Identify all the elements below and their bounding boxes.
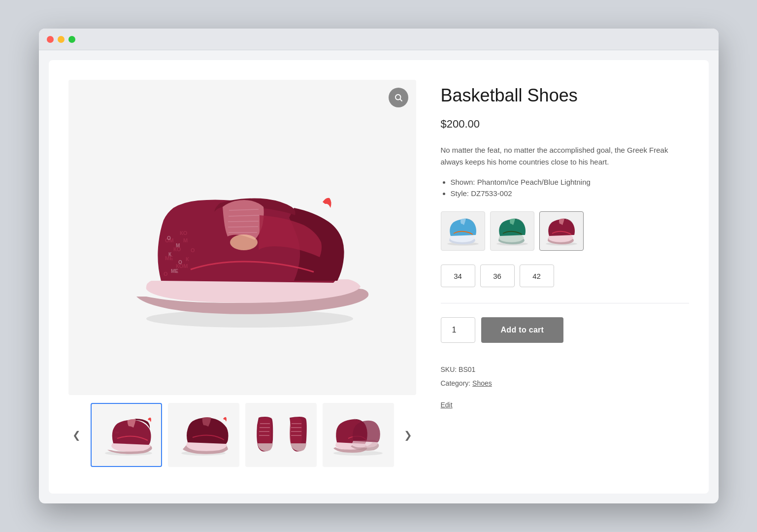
detail-item-2: Style: DZ7533-002 (451, 189, 689, 198)
thumbnail-2[interactable] (168, 403, 239, 467)
next-thumbnail-button[interactable]: ❯ (400, 427, 416, 443)
size-button-42[interactable]: 42 (520, 265, 554, 287)
color-swatch-blue[interactable] (441, 211, 485, 251)
thumbnail-strip: ❮ ОМ КО (68, 403, 416, 467)
svg-point-0 (395, 95, 401, 100)
svg-text:КО: КО (115, 436, 118, 439)
svg-text:М: М (176, 243, 180, 248)
product-description: No matter the feat, no matter the accomp… (441, 144, 689, 168)
svg-text:КО: КО (180, 230, 188, 236)
thumbnail-4[interactable] (323, 403, 394, 467)
main-image-container: OM КО МЕ КОМ О М О К КО О М К О (68, 80, 416, 395)
svg-line-19 (228, 221, 259, 222)
svg-text:М: М (183, 237, 188, 243)
titlebar (39, 29, 719, 50)
prev-thumbnail-button[interactable]: ❮ (68, 427, 85, 443)
product-price: $200.00 (441, 118, 689, 131)
color-swatch-red[interactable] (539, 211, 584, 251)
svg-line-20 (228, 227, 258, 227)
sku-label: SKU: (441, 366, 457, 373)
product-details: Shown: Phantom/Ice Peach/Blue Lightning … (441, 178, 689, 198)
color-swatches (441, 211, 689, 251)
svg-text:ОМ: ОМ (115, 431, 119, 434)
svg-text:О: О (178, 260, 182, 265)
size-options: 34 36 42 (441, 265, 689, 287)
svg-text:МЕ: МЕ (171, 268, 178, 274)
detail-item-1: Shown: Phantom/Ice Peach/Blue Lightning (451, 178, 689, 186)
product-title: Basketball Shoes (441, 85, 689, 106)
main-product-image: OM КО МЕ КОМ О М О К КО О М К О (107, 144, 378, 331)
svg-text:К: К (168, 252, 172, 257)
maximize-dot[interactable] (68, 36, 75, 43)
sku-row: SKU: BS01 (441, 363, 689, 376)
category-link[interactable]: Shoes (472, 379, 492, 387)
edit-link[interactable]: Edit (441, 398, 453, 412)
svg-text:О: О (191, 247, 195, 253)
svg-text:К: К (186, 256, 189, 262)
svg-point-22 (230, 234, 258, 250)
svg-line-1 (400, 99, 402, 101)
svg-text:О: О (167, 235, 171, 241)
product-info: Basketball Shoes $200.00 No matter the f… (441, 80, 689, 474)
category-row: Category: Shoes (441, 376, 689, 390)
size-button-34[interactable]: 34 (441, 265, 475, 287)
sku-value: BS01 (459, 366, 475, 373)
browser-window: OM КО МЕ КОМ О М О К КО О М К О (39, 29, 719, 503)
thumbnail-3[interactable] (245, 403, 317, 467)
quantity-input[interactable] (441, 317, 475, 343)
cart-area: Add to cart (441, 317, 689, 343)
close-dot[interactable] (47, 36, 54, 43)
size-button-36[interactable]: 36 (480, 265, 515, 287)
svg-text:О: О (164, 271, 168, 277)
zoom-button[interactable] (389, 88, 408, 107)
add-to-cart-button[interactable]: Add to cart (481, 317, 564, 343)
category-label: Category: (441, 379, 471, 387)
product-meta: SKU: BS01 Category: Shoes Edit (441, 363, 689, 412)
minimize-dot[interactable] (58, 36, 65, 43)
divider (441, 303, 689, 303)
page-content: OM КО МЕ КОМ О М О К КО О М К О (49, 60, 709, 494)
product-images: OM КО МЕ КОМ О М О К КО О М К О (68, 80, 416, 474)
color-swatch-teal[interactable] (490, 211, 534, 251)
thumbnail-1[interactable]: ОМ КО (91, 403, 162, 467)
